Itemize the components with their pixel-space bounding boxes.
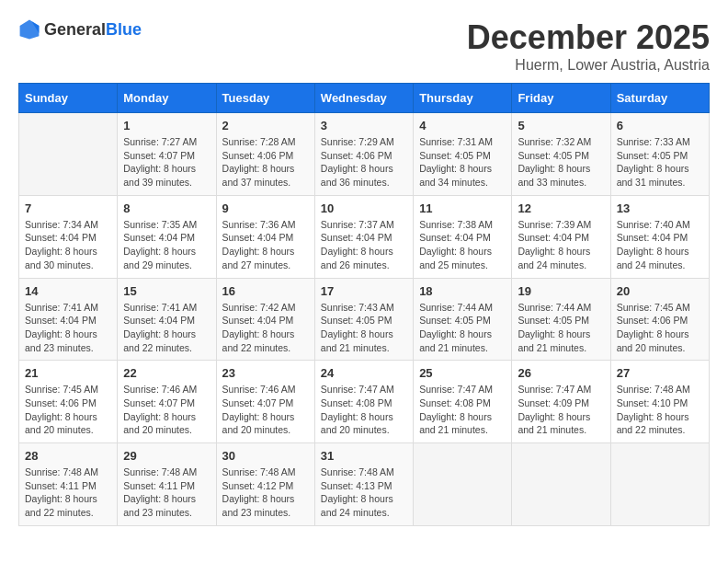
- day-number: 19: [518, 284, 604, 298]
- day-info: Sunrise: 7:44 AM Sunset: 4:05 PM Dayligh…: [419, 301, 506, 355]
- day-cell-14: 14Sunrise: 7:41 AM Sunset: 4:04 PM Dayli…: [19, 278, 118, 361]
- location-title: Huerm, Lower Austria, Austria: [467, 57, 710, 74]
- title-area: December 2025 Huerm, Lower Austria, Aust…: [467, 18, 710, 74]
- day-info: Sunrise: 7:40 AM Sunset: 4:04 PM Dayligh…: [617, 218, 703, 272]
- day-info: Sunrise: 7:39 AM Sunset: 4:04 PM Dayligh…: [518, 218, 604, 272]
- day-cell-15: 15Sunrise: 7:41 AM Sunset: 4:04 PM Dayli…: [118, 278, 216, 361]
- logo-icon: [18, 18, 40, 40]
- day-cell-17: 17Sunrise: 7:43 AM Sunset: 4:05 PM Dayli…: [314, 278, 413, 361]
- day-cell-18: 18Sunrise: 7:44 AM Sunset: 4:05 PM Dayli…: [414, 278, 512, 361]
- day-cell-23: 23Sunrise: 7:46 AM Sunset: 4:07 PM Dayli…: [216, 361, 314, 443]
- week-row-2: 7Sunrise: 7:34 AM Sunset: 4:04 PM Daylig…: [19, 195, 710, 278]
- empty-cell: [19, 113, 118, 196]
- day-info: Sunrise: 7:41 AM Sunset: 4:04 PM Dayligh…: [123, 301, 210, 355]
- day-cell-22: 22Sunrise: 7:46 AM Sunset: 4:07 PM Dayli…: [118, 361, 216, 443]
- calendar-table: SundayMondayTuesdayWednesdayThursdayFrid…: [18, 83, 710, 526]
- day-info: Sunrise: 7:46 AM Sunset: 4:07 PM Dayligh…: [222, 383, 309, 437]
- day-cell-3: 3Sunrise: 7:29 AM Sunset: 4:06 PM Daylig…: [314, 113, 413, 196]
- day-info: Sunrise: 7:48 AM Sunset: 4:11 PM Dayligh…: [123, 465, 210, 520]
- day-number: 14: [25, 284, 111, 298]
- day-number: 31: [321, 449, 407, 463]
- day-cell-20: 20Sunrise: 7:45 AM Sunset: 4:06 PM Dayli…: [610, 278, 709, 361]
- day-info: Sunrise: 7:48 AM Sunset: 4:10 PM Dayligh…: [617, 383, 703, 437]
- month-title: December 2025: [467, 18, 710, 57]
- day-cell-13: 13Sunrise: 7:40 AM Sunset: 4:04 PM Dayli…: [610, 195, 709, 278]
- day-info: Sunrise: 7:47 AM Sunset: 4:08 PM Dayligh…: [419, 383, 506, 437]
- day-info: Sunrise: 7:41 AM Sunset: 4:04 PM Dayligh…: [25, 301, 111, 355]
- weekday-header-friday: Friday: [512, 84, 610, 113]
- day-cell-12: 12Sunrise: 7:39 AM Sunset: 4:04 PM Dayli…: [512, 195, 610, 278]
- weekday-header-tuesday: Tuesday: [216, 84, 314, 113]
- day-cell-2: 2Sunrise: 7:28 AM Sunset: 4:06 PM Daylig…: [216, 113, 314, 196]
- day-cell-9: 9Sunrise: 7:36 AM Sunset: 4:04 PM Daylig…: [216, 195, 314, 278]
- empty-cell: [414, 443, 512, 526]
- weekday-header-monday: Monday: [118, 84, 216, 113]
- day-info: Sunrise: 7:37 AM Sunset: 4:04 PM Dayligh…: [321, 218, 407, 272]
- day-number: 30: [222, 449, 309, 463]
- day-info: Sunrise: 7:38 AM Sunset: 4:04 PM Dayligh…: [419, 218, 506, 272]
- day-info: Sunrise: 7:32 AM Sunset: 4:05 PM Dayligh…: [518, 135, 604, 190]
- empty-cell: [610, 443, 709, 526]
- day-cell-29: 29Sunrise: 7:48 AM Sunset: 4:11 PM Dayli…: [118, 443, 216, 526]
- day-number: 18: [419, 284, 506, 298]
- day-number: 10: [321, 201, 407, 215]
- day-number: 20: [617, 284, 703, 298]
- day-info: Sunrise: 7:35 AM Sunset: 4:04 PM Dayligh…: [123, 218, 210, 272]
- day-cell-19: 19Sunrise: 7:44 AM Sunset: 4:05 PM Dayli…: [512, 278, 610, 361]
- day-info: Sunrise: 7:45 AM Sunset: 4:06 PM Dayligh…: [617, 301, 703, 355]
- day-info: Sunrise: 7:33 AM Sunset: 4:05 PM Dayligh…: [617, 135, 703, 190]
- week-row-4: 21Sunrise: 7:45 AM Sunset: 4:06 PM Dayli…: [19, 361, 710, 443]
- svg-marker-0: [20, 20, 40, 40]
- day-cell-24: 24Sunrise: 7:47 AM Sunset: 4:08 PM Dayli…: [314, 361, 413, 443]
- day-number: 21: [25, 366, 111, 380]
- day-info: Sunrise: 7:45 AM Sunset: 4:06 PM Dayligh…: [25, 383, 111, 437]
- day-number: 15: [123, 284, 210, 298]
- day-info: Sunrise: 7:36 AM Sunset: 4:04 PM Dayligh…: [222, 218, 309, 272]
- weekday-header-sunday: Sunday: [19, 84, 118, 113]
- day-cell-21: 21Sunrise: 7:45 AM Sunset: 4:06 PM Dayli…: [19, 361, 118, 443]
- day-info: Sunrise: 7:46 AM Sunset: 4:07 PM Dayligh…: [123, 383, 210, 437]
- weekday-header-wednesday: Wednesday: [314, 84, 413, 113]
- day-cell-25: 25Sunrise: 7:47 AM Sunset: 4:08 PM Dayli…: [414, 361, 512, 443]
- day-number: 25: [419, 366, 506, 380]
- day-info: Sunrise: 7:48 AM Sunset: 4:12 PM Dayligh…: [222, 465, 309, 520]
- weekday-header-row: SundayMondayTuesdayWednesdayThursdayFrid…: [19, 84, 710, 113]
- day-number: 9: [222, 201, 309, 215]
- logo-blue: Blue: [106, 20, 142, 39]
- day-number: 7: [25, 201, 111, 215]
- day-info: Sunrise: 7:29 AM Sunset: 4:06 PM Dayligh…: [321, 135, 407, 190]
- week-row-5: 28Sunrise: 7:48 AM Sunset: 4:11 PM Dayli…: [19, 443, 710, 526]
- day-cell-1: 1Sunrise: 7:27 AM Sunset: 4:07 PM Daylig…: [118, 113, 216, 196]
- day-info: Sunrise: 7:48 AM Sunset: 4:11 PM Dayligh…: [25, 465, 111, 520]
- day-cell-10: 10Sunrise: 7:37 AM Sunset: 4:04 PM Dayli…: [314, 195, 413, 278]
- day-cell-6: 6Sunrise: 7:33 AM Sunset: 4:05 PM Daylig…: [610, 113, 709, 196]
- day-cell-4: 4Sunrise: 7:31 AM Sunset: 4:05 PM Daylig…: [414, 113, 512, 196]
- day-number: 26: [518, 366, 604, 380]
- day-cell-11: 11Sunrise: 7:38 AM Sunset: 4:04 PM Dayli…: [414, 195, 512, 278]
- day-cell-28: 28Sunrise: 7:48 AM Sunset: 4:11 PM Dayli…: [19, 443, 118, 526]
- day-info: Sunrise: 7:42 AM Sunset: 4:04 PM Dayligh…: [222, 301, 309, 355]
- day-number: 11: [419, 201, 506, 215]
- day-number: 24: [321, 366, 407, 380]
- day-cell-27: 27Sunrise: 7:48 AM Sunset: 4:10 PM Dayli…: [610, 361, 709, 443]
- day-info: Sunrise: 7:47 AM Sunset: 4:08 PM Dayligh…: [321, 383, 407, 437]
- day-info: Sunrise: 7:28 AM Sunset: 4:06 PM Dayligh…: [222, 135, 309, 190]
- day-info: Sunrise: 7:47 AM Sunset: 4:09 PM Dayligh…: [518, 383, 604, 437]
- day-info: Sunrise: 7:43 AM Sunset: 4:05 PM Dayligh…: [321, 301, 407, 355]
- day-number: 28: [25, 449, 111, 463]
- day-info: Sunrise: 7:27 AM Sunset: 4:07 PM Dayligh…: [123, 135, 210, 190]
- day-number: 13: [617, 201, 703, 215]
- logo-text: GeneralBlue: [44, 20, 142, 40]
- day-number: 4: [419, 119, 506, 132]
- day-cell-5: 5Sunrise: 7:32 AM Sunset: 4:05 PM Daylig…: [512, 113, 610, 196]
- day-info: Sunrise: 7:48 AM Sunset: 4:13 PM Dayligh…: [321, 465, 407, 520]
- day-cell-7: 7Sunrise: 7:34 AM Sunset: 4:04 PM Daylig…: [19, 195, 118, 278]
- day-info: Sunrise: 7:44 AM Sunset: 4:05 PM Dayligh…: [518, 301, 604, 355]
- logo: GeneralBlue: [18, 18, 142, 40]
- day-number: 29: [123, 449, 210, 463]
- day-number: 12: [518, 201, 604, 215]
- day-number: 22: [123, 366, 210, 380]
- week-row-3: 14Sunrise: 7:41 AM Sunset: 4:04 PM Dayli…: [19, 278, 710, 361]
- day-number: 2: [222, 119, 309, 132]
- day-number: 6: [617, 119, 703, 132]
